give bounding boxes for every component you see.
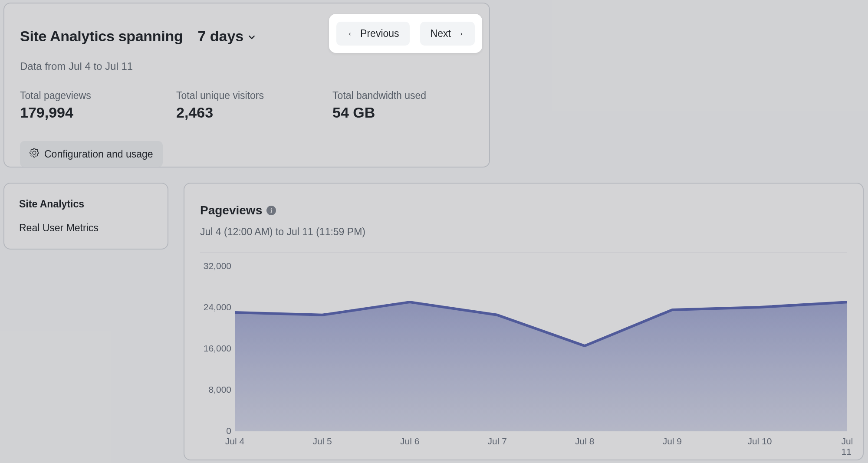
info-icon[interactable]: i [266,206,276,215]
metric-label: Total pageviews [20,90,150,102]
metrics-row: Total pageviews 179,994 Total unique vis… [20,90,473,121]
range-selector-label: 7 days [197,28,243,45]
gear-icon [30,148,39,160]
configuration-usage-label: Configuration and usage [44,148,153,160]
x-tick: Jul 11 [842,436,853,457]
x-tick: Jul 4 [225,436,244,447]
chart-plot [235,266,847,431]
x-axis-baseline [235,431,847,431]
x-tick: Jul 8 [575,436,594,447]
chevron-down-icon [248,28,256,45]
x-tick: Jul 6 [400,436,419,447]
range-selector[interactable]: 7 days [197,28,256,45]
configuration-usage-button[interactable]: Configuration and usage [20,141,163,167]
previous-button[interactable]: ← Previous [336,22,409,46]
date-range: Data from Jul 4 to Jul 11 [20,60,473,72]
chart-divider [200,253,847,253]
y-tick: 0 [226,426,231,436]
sidebar: Site Analytics Real User Metrics [3,183,168,250]
arrow-left-icon: ← [347,28,357,39]
chart-title-row: Pageviews i [200,204,847,217]
x-tick: Jul 10 [747,436,772,447]
y-tick: 24,000 [204,302,231,312]
x-tick: Jul 5 [312,436,332,447]
chart-title: Pageviews [200,204,262,217]
sidebar-item-label: Site Analytics [19,198,84,210]
chart-y-axis: 32,000 24,000 16,000 8,000 0 [200,266,235,431]
arrow-right-icon: → [454,28,464,39]
chart-card: Pageviews i Jul 4 (12:00 AM) to Jul 11 (… [184,183,864,460]
metric-value: 2,463 [176,104,306,121]
previous-label: Previous [360,28,399,39]
metric-label: Total unique visitors [176,90,306,102]
y-tick: 8,000 [208,384,231,395]
nav-card: ← Previous Next → [329,14,482,53]
summary-title: Site Analytics spanning [20,28,183,45]
sidebar-item-label: Real User Metrics [19,222,99,233]
sidebar-item-site-analytics[interactable]: Site Analytics [4,192,168,216]
metric-value: 179,994 [20,104,150,121]
y-tick: 16,000 [204,343,231,354]
y-tick: 32,000 [204,261,231,271]
chart-area: 32,000 24,000 16,000 8,000 0 Jul 4Jul 5J… [200,266,847,431]
next-label: Next [431,28,451,39]
x-tick: Jul 9 [663,436,682,447]
next-button[interactable]: Next → [420,22,475,46]
metric-unique-visitors: Total unique visitors 2,463 [176,90,306,121]
sidebar-item-real-user-metrics[interactable]: Real User Metrics [4,216,168,240]
metric-label: Total bandwidth used [332,90,463,102]
chart-subtitle: Jul 4 (12:00 AM) to Jul 11 (11:59 PM) [200,226,847,238]
x-tick: Jul 7 [488,436,507,447]
metric-value: 54 GB [332,104,463,121]
metric-pageviews: Total pageviews 179,994 [20,90,150,121]
metric-bandwidth: Total bandwidth used 54 GB [332,90,463,121]
